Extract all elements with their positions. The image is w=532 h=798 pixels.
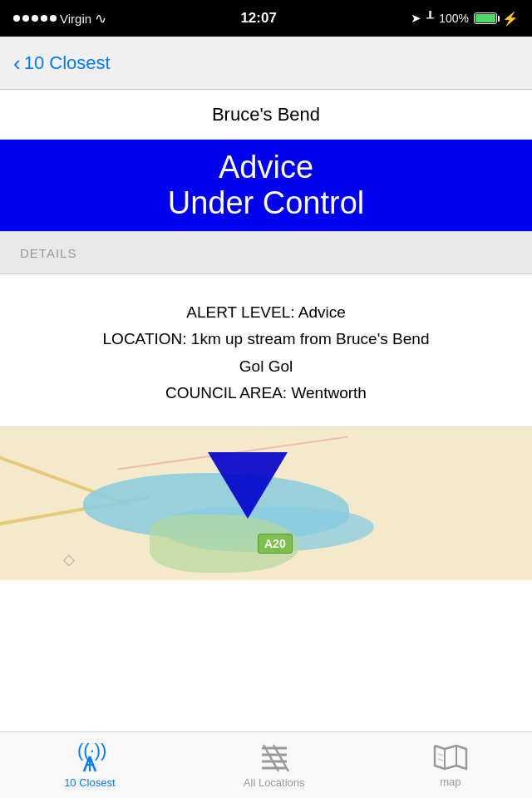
clock: 12:07 <box>240 10 276 27</box>
details-label: DETAILS <box>20 246 76 260</box>
map-location-marker <box>208 452 288 519</box>
location-text: LOCATION: 1km up stream from Bruce's Ben… <box>20 326 512 352</box>
location-icon: ➤ <box>411 11 421 26</box>
council-text: COUNCIL AREA: Wentworth <box>20 380 512 406</box>
tab-ten-closest-label: 10 Closest <box>64 776 115 789</box>
bluetooth-icon: ┸ <box>426 11 434 26</box>
wifi-icon: ∿ <box>95 10 106 27</box>
alert-line1: Advice <box>219 150 313 185</box>
carrier-label: Virgin <box>60 12 91 26</box>
alert-line2: Under Control <box>168 185 365 221</box>
battery-percent: 100% <box>439 12 469 25</box>
svg-text:((·)): ((·)) <box>77 741 106 761</box>
details-section-header: DETAILS <box>0 231 532 274</box>
alert-level-text: ALERT LEVEL: Advice <box>20 299 512 326</box>
status-right: ➤ ┸ 100% ⚡ <box>411 11 519 27</box>
tab-all-locations[interactable]: All Locations <box>244 741 305 789</box>
tab-map[interactable]: map <box>433 742 468 788</box>
back-button[interactable]: ‹ 10 Closest <box>13 52 111 74</box>
back-chevron-icon: ‹ <box>13 52 21 74</box>
details-content: ALERT LEVEL: Advice LOCATION: 1km up str… <box>0 274 532 426</box>
status-left: Virgin ∿ <box>13 10 106 27</box>
grid-lines-icon <box>259 741 290 773</box>
svg-line-14 <box>438 759 443 761</box>
back-label: 10 Closest <box>24 52 111 74</box>
location-text2: Gol Gol <box>20 353 512 380</box>
svg-line-13 <box>438 754 443 756</box>
battery-fill <box>475 14 495 22</box>
charging-icon: ⚡ <box>502 11 519 27</box>
tower-icon: ((·)) <box>74 741 106 773</box>
tab-all-locations-label: All Locations <box>244 776 305 789</box>
map-icon <box>433 742 468 772</box>
map-preview[interactable]: A20 ◇ <box>0 426 532 580</box>
map-road-sign: A20 <box>258 534 293 554</box>
location-title-bar: Bruce's Bend <box>0 90 532 140</box>
nav-bar: ‹ 10 Closest <box>0 37 532 90</box>
location-name: Bruce's Bend <box>212 104 320 126</box>
tab-bar: ((·)) 10 Closest All Locations <box>0 732 532 798</box>
status-bar: Virgin ∿ 12:07 ➤ ┸ 100% ⚡ <box>0 0 532 37</box>
signal-dots <box>13 15 57 22</box>
map-compass-icon: ◇ <box>63 550 75 569</box>
tab-map-label: map <box>440 776 461 788</box>
alert-banner: Advice Under Control <box>0 140 532 231</box>
tab-ten-closest[interactable]: ((·)) 10 Closest <box>64 741 115 789</box>
battery-indicator <box>474 12 497 24</box>
